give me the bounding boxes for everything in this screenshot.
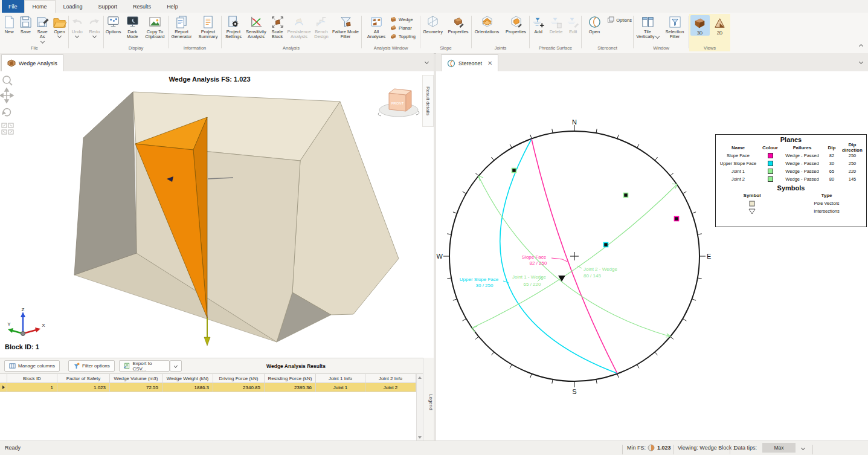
data-tips-dropdown-icon[interactable]	[801, 446, 805, 450]
axis-z-label: Z	[22, 307, 25, 312]
export-csv-button[interactable]: Export to CSV...	[119, 360, 170, 372]
project-summary-button[interactable]: Project Summary	[195, 14, 221, 40]
pole-vectors-label: Pole Vectors	[788, 199, 865, 207]
redo-button[interactable]: Redo	[86, 14, 103, 37]
wedge-viewport[interactable]: Wedge Analysis FS: 1.023	[0, 71, 434, 358]
scroll-up-icon[interactable]	[418, 376, 422, 379]
collapse-ribbon-icon[interactable]	[859, 44, 863, 48]
svg-text:30 / 250: 30 / 250	[476, 283, 493, 288]
redo-icon	[88, 15, 101, 29]
failure-filter-funnel-icon	[339, 15, 353, 29]
save-as-dropdown-icon[interactable]	[40, 39, 45, 44]
zoom-extents-icons[interactable]	[2, 123, 13, 134]
toppling-window-toggle[interactable]: Toppling	[388, 32, 417, 40]
col-factor-of-safety[interactable]: Factor of Safety	[57, 374, 110, 383]
svg-text:80 / 145: 80 / 145	[583, 273, 601, 279]
grid-scrollbar[interactable]	[416, 374, 423, 441]
planar-window-toggle[interactable]: Planar	[388, 24, 417, 32]
col-joint1-info[interactable]: Joint 1 Info	[316, 374, 365, 383]
all-analyses-button[interactable]: All Analyses	[365, 14, 388, 40]
dark-mode-button[interactable]: Dark Mode	[123, 14, 141, 40]
project-settings-button[interactable]: Project Settings	[223, 14, 244, 40]
result-details-tab[interactable]: Result details	[422, 75, 434, 127]
phreatic-delete-button[interactable]: Delete	[547, 14, 564, 34]
col-resisting-force[interactable]: Resisting Force (kN)	[265, 374, 316, 383]
slope-geometry-button[interactable]: Geometry	[421, 14, 445, 34]
open-dropdown-icon[interactable]	[57, 34, 62, 38]
pan-tool-icon[interactable]	[0, 88, 13, 103]
sensitivity-analysis-button[interactable]: Sensitivity Analysis	[245, 14, 268, 40]
wedge-window-toggle[interactable]: Wedge	[388, 15, 417, 24]
phreatic-edit-button[interactable]: Edit	[565, 14, 581, 34]
stereonet-open-button[interactable]: Open	[584, 14, 605, 34]
undo-button[interactable]: Undo	[69, 14, 86, 37]
view-toolbar[interactable]	[0, 73, 14, 139]
swedge-app-window: File Home Loading Support Results Help N…	[0, 0, 868, 455]
export-csv-dropdown[interactable]	[170, 360, 182, 372]
summary-page-icon	[201, 15, 215, 29]
filter-options-button[interactable]: Filter options	[68, 360, 115, 372]
save-button[interactable]: Save	[18, 14, 33, 34]
tab-wedge-analysis[interactable]: Wedge Analysis	[1, 54, 63, 71]
rotate-tool-icon[interactable]	[2, 109, 10, 116]
save-as-button[interactable]: Save As	[34, 14, 51, 43]
stereonet-options-button[interactable]: Options	[607, 16, 632, 24]
min-fs-label: Min FS:	[627, 445, 646, 451]
toppling-mini-icon	[390, 33, 397, 40]
col-joint2-info[interactable]: Joint 2 Info	[365, 374, 416, 383]
ribbon-group-undo-redo: Undo Redo	[69, 14, 103, 51]
col-driving-force[interactable]: Driving Force (kN)	[213, 374, 265, 383]
display-options-button[interactable]: Options	[104, 14, 123, 34]
tile-vertically-button[interactable]: Tile Vertically	[634, 14, 661, 40]
joint-properties-button[interactable]: Properties	[503, 14, 529, 34]
report-generator-button[interactable]: Report Generator	[169, 14, 194, 40]
menu-tab-results[interactable]: Results	[125, 0, 159, 13]
menu-tab-help[interactable]: Help	[159, 0, 186, 13]
menu-tab-support[interactable]: Support	[91, 0, 126, 13]
save-icon	[19, 15, 33, 29]
menu-tab-loading[interactable]: Loading	[56, 0, 91, 13]
persistence-icon	[292, 15, 306, 29]
navigation-cube[interactable]: FRONT	[375, 85, 423, 121]
col-block-id[interactable]: Block ID	[7, 374, 57, 383]
new-button[interactable]: New	[1, 14, 17, 34]
menu-tab-home[interactable]: Home	[24, 0, 56, 13]
view-2d-button[interactable]: 2D	[710, 15, 730, 36]
persistence-analysis-button[interactable]: Persistence Analysis	[287, 14, 311, 40]
scroll-down-icon[interactable]	[418, 436, 422, 439]
manage-columns-button[interactable]: Manage columns	[4, 360, 60, 372]
col-wedge-volume[interactable]: Wedge Volume (m3)	[110, 374, 162, 383]
ribbon-group-stereonet: Open Options Stereonet	[582, 14, 633, 51]
joint-orientations-button[interactable]: Orientations	[472, 14, 502, 34]
all-analyses-icon	[370, 15, 384, 29]
data-tips-select[interactable]: Max	[762, 443, 796, 453]
wedge-tab-icon	[7, 59, 16, 67]
results-data-row[interactable]: 1 1.023 72.55 1886.3 2340.85 2395.36 Joi…	[0, 383, 423, 392]
view-3d-button[interactable]: 3D	[690, 15, 710, 36]
stereonet-options-icon	[607, 16, 614, 24]
col-wedge-weight[interactable]: Wedge Weight (kN)	[162, 374, 213, 383]
svg-text:82 / 250: 82 / 250	[530, 260, 547, 266]
phreatic-add-button[interactable]: Add	[530, 14, 547, 34]
legend-side-tab[interactable]: Legend	[423, 358, 434, 441]
wedge-analysis-pane: Wedge Analysis Wedge Analysis FS: 1.023	[0, 53, 434, 441]
wedge-mini-icon	[390, 16, 397, 23]
menu-tab-file[interactable]: File	[2, 0, 24, 13]
tab-stereonet[interactable]: Stereonet ✕	[441, 54, 498, 71]
slope-properties-button[interactable]: Properties	[446, 14, 471, 34]
close-icon[interactable]: ✕	[487, 60, 492, 66]
undo-icon	[70, 15, 84, 29]
left-tab-list-chevron[interactable]	[425, 60, 429, 64]
open-button[interactable]: Open	[51, 14, 68, 37]
scale-block-button[interactable]: Scale Block	[268, 14, 286, 40]
tile-dropdown-icon[interactable]	[655, 34, 660, 39]
stereonet-viewport[interactable]: N E S W Slope Face 82 / 250 Upper Slope …	[436, 71, 868, 441]
legend-row-upper-slope-face: Upper Slope Face Wedge - Passed 30 250	[716, 160, 866, 167]
joint2-pole-marker	[512, 169, 516, 173]
right-tab-list-chevron[interactable]	[859, 60, 863, 64]
bench-design-button[interactable]: Bench Design	[312, 14, 331, 40]
failure-mode-filter-button[interactable]: Failure Mode Filter	[332, 14, 359, 40]
zoom-tool-icon[interactable]	[3, 76, 12, 85]
copy-to-clipboard-button[interactable]: Copy To Clipboard	[142, 14, 168, 40]
selection-filter-button[interactable]: Selection Filter	[661, 14, 688, 40]
